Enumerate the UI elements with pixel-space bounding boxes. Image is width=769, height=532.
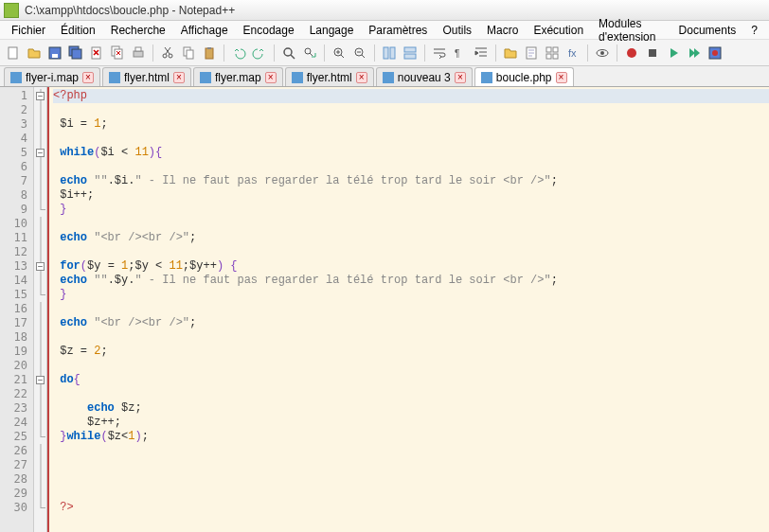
fold-marker[interactable]: − (34, 373, 46, 387)
eye-icon[interactable] (593, 44, 612, 62)
copy-icon[interactable] (179, 44, 198, 62)
code-line[interactable] (53, 302, 769, 316)
menu-modulesdextension[interactable]: Modules d'extension (591, 15, 671, 45)
save-all-icon[interactable] (66, 44, 85, 62)
stop-icon[interactable] (643, 44, 662, 62)
code-line[interactable]: ?> (53, 501, 769, 515)
code-line[interactable]: echo "<br /><br />"; (53, 316, 769, 330)
code-line[interactable]: echo "<br /><br />"; (53, 231, 769, 245)
doc-map-icon[interactable] (522, 44, 541, 62)
doc-list-icon[interactable] (543, 44, 562, 62)
menu-[interactable]: ? (743, 22, 765, 39)
replace-icon[interactable] (300, 44, 319, 62)
find-icon[interactable] (279, 44, 298, 62)
svg-point-16 (284, 48, 292, 56)
code-line[interactable] (53, 458, 769, 472)
show-chars-icon[interactable]: ¶ (451, 44, 470, 62)
code-line[interactable] (53, 359, 769, 373)
play-icon[interactable] (664, 44, 683, 62)
fold-marker (34, 458, 46, 472)
code-line[interactable]: }while($z<1); (53, 430, 769, 444)
menu-outils[interactable]: Outils (435, 22, 479, 39)
tab-flyer-html[interactable]: flyer.html× (285, 67, 374, 86)
line-number: 12 (0, 245, 27, 259)
close-icon[interactable]: × (82, 72, 94, 83)
code-line[interactable]: $z = 2; (53, 345, 769, 359)
code-line[interactable] (53, 472, 769, 487)
fold-marker[interactable]: − (34, 146, 46, 160)
code-line[interactable] (53, 444, 769, 458)
func-list-icon[interactable]: fx (563, 44, 582, 62)
menu-documents[interactable]: Documents (671, 22, 744, 39)
close-icon[interactable]: × (265, 72, 277, 83)
folder-icon[interactable] (501, 44, 520, 62)
code-line[interactable] (53, 387, 769, 401)
sync-v-icon[interactable] (380, 44, 399, 62)
close-icon[interactable] (87, 44, 106, 62)
code-line[interactable]: $i++; (53, 188, 769, 203)
save-icon[interactable] (45, 44, 64, 62)
code-line[interactable] (53, 245, 769, 259)
close-all-icon[interactable] (108, 44, 127, 62)
line-number: 30 (0, 501, 27, 515)
line-number: 17 (0, 316, 27, 330)
tab-flyer-html[interactable]: flyer.html× (102, 67, 191, 86)
play-multi-icon[interactable] (685, 44, 704, 62)
menu-langage[interactable]: Langage (302, 22, 362, 39)
cut-icon[interactable] (158, 44, 177, 62)
code-line[interactable] (53, 132, 769, 146)
menu-excution[interactable]: Exécution (526, 22, 591, 39)
code-line[interactable] (53, 217, 769, 231)
code-area[interactable]: <?php $i = 1; while($i < 11){ echo "".$i… (47, 87, 769, 532)
code-line[interactable]: echo "".$i." - Il ne faut pas regarder l… (53, 174, 769, 188)
menu-fichier[interactable]: Fichier (4, 22, 53, 39)
sync-h-icon[interactable] (401, 44, 420, 62)
close-icon[interactable]: × (556, 72, 567, 83)
code-line[interactable]: for($y = 1;$y < 11;$y++) { (53, 259, 769, 274)
record-icon[interactable] (622, 44, 641, 62)
save-macro-icon[interactable] (706, 44, 724, 62)
code-line[interactable]: } (53, 203, 769, 217)
close-icon[interactable]: × (455, 72, 466, 83)
tab-boucle-php[interactable]: boucle.php× (474, 67, 574, 86)
redo-icon[interactable] (250, 44, 269, 62)
zoom-in-icon[interactable] (330, 44, 349, 62)
new-file-icon[interactable] (4, 44, 23, 62)
tab-nouveau-3[interactable]: nouveau 3× (376, 67, 473, 86)
line-number: 14 (0, 274, 27, 288)
menu-affichage[interactable]: Affichage (173, 22, 236, 39)
code-line[interactable]: while($i < 11){ (53, 146, 769, 160)
svg-point-36 (712, 50, 718, 56)
fold-marker[interactable]: − (34, 259, 46, 274)
code-line[interactable] (53, 330, 769, 345)
tab-flyer-i-map[interactable]: flyer-i.map× (4, 67, 100, 86)
close-icon[interactable]: × (356, 72, 367, 83)
undo-icon[interactable] (229, 44, 248, 62)
print-icon[interactable] (129, 44, 148, 62)
fold-marker[interactable]: − (34, 89, 46, 103)
code-line[interactable]: $i = 1; (53, 117, 769, 132)
menu-dition[interactable]: Édition (53, 22, 103, 39)
menu-recherche[interactable]: Recherche (103, 22, 173, 39)
toolbar-separator (424, 44, 425, 62)
open-file-icon[interactable] (25, 44, 44, 62)
code-line[interactable] (53, 160, 769, 174)
code-line[interactable] (53, 487, 769, 501)
code-line[interactable]: $z++; (53, 416, 769, 430)
menu-encodage[interactable]: Encodage (236, 22, 302, 39)
code-line[interactable]: <?php (53, 89, 769, 103)
code-line[interactable]: echo "".$y." - Il ne faut pas regarder l… (53, 274, 769, 288)
indent-icon[interactable] (472, 44, 491, 62)
code-line[interactable] (53, 103, 769, 117)
close-icon[interactable]: × (173, 72, 185, 83)
menu-macro[interactable]: Macro (479, 22, 526, 39)
code-line[interactable]: do{ (53, 373, 769, 387)
code-line[interactable]: echo $z; (53, 401, 769, 416)
paste-icon[interactable] (200, 44, 219, 62)
menu-paramtres[interactable]: Paramètres (361, 22, 435, 39)
tab-flyer-map[interactable]: flyer.map× (193, 67, 283, 86)
code-line[interactable]: } (53, 288, 769, 302)
wrap-icon[interactable] (430, 44, 449, 62)
tab-label: nouveau 3 (398, 71, 451, 84)
zoom-out-icon[interactable] (350, 44, 369, 62)
